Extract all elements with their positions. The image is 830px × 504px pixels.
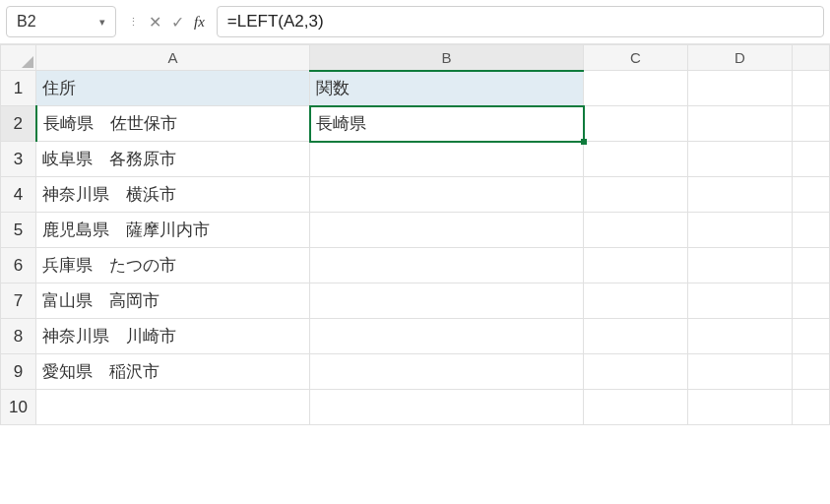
cell-D2[interactable] [688, 106, 793, 142]
row-header-4[interactable]: 4 [1, 177, 36, 213]
cell-B1[interactable]: 関数 [310, 71, 584, 106]
cell-A6[interactable]: 兵庫県 たつの市 [36, 248, 310, 284]
cell-D6[interactable] [688, 248, 793, 284]
cell-C6[interactable] [584, 248, 688, 284]
cell-E8[interactable] [793, 319, 830, 354]
more-icon: ⋮ [128, 16, 139, 29]
cell-E4[interactable] [793, 177, 830, 213]
row-header-1[interactable]: 1 [1, 71, 36, 106]
cell-C5[interactable] [584, 213, 688, 248]
cell-D10[interactable] [688, 390, 793, 425]
row-header-3[interactable]: 3 [1, 142, 36, 177]
formula-input[interactable]: =LEFT(A2,3) [217, 6, 824, 37]
col-header-A[interactable]: A [36, 45, 310, 71]
cell-E7[interactable] [793, 284, 830, 319]
cell-D4[interactable] [688, 177, 793, 213]
cell-A7[interactable]: 富山県 高岡市 [36, 284, 310, 319]
cell-C9[interactable] [584, 354, 688, 390]
cell-E3[interactable] [793, 142, 830, 177]
row-header-7[interactable]: 7 [1, 284, 36, 319]
name-box[interactable]: B2 ▾ [6, 6, 116, 37]
cell-D7[interactable] [688, 284, 793, 319]
cell-D1[interactable] [688, 71, 793, 106]
formula-bar: B2 ▾ ⋮ ✕ ✓ fx =LEFT(A2,3) [0, 0, 830, 44]
cell-C2[interactable] [584, 106, 688, 142]
cell-A9[interactable]: 愛知県 稲沢市 [36, 354, 310, 390]
chevron-down-icon: ▾ [99, 16, 105, 29]
cell-B9[interactable] [310, 354, 584, 390]
cell-E5[interactable] [793, 213, 830, 248]
cell-B4[interactable] [310, 177, 584, 213]
sheet-area: A B C D 1 住所 関数 2 長崎県 佐世保市 長崎県 3 岐阜県 各務原… [0, 44, 830, 425]
row-header-10[interactable]: 10 [1, 390, 36, 425]
cell-A3[interactable]: 岐阜県 各務原市 [36, 142, 310, 177]
row-header-2[interactable]: 2 [1, 106, 36, 142]
cell-E10[interactable] [793, 390, 830, 425]
fx-icon[interactable]: fx [194, 14, 205, 31]
cell-E9[interactable] [793, 354, 830, 390]
cancel-icon[interactable]: ✕ [149, 13, 161, 32]
cell-D5[interactable] [688, 213, 793, 248]
spreadsheet[interactable]: A B C D 1 住所 関数 2 長崎県 佐世保市 長崎県 3 岐阜県 各務原… [0, 44, 830, 425]
cell-C7[interactable] [584, 284, 688, 319]
row-header-6[interactable]: 6 [1, 248, 36, 284]
cell-A5[interactable]: 鹿児島県 薩摩川内市 [36, 213, 310, 248]
cell-E1[interactable] [793, 71, 830, 106]
cell-B6[interactable] [310, 248, 584, 284]
cell-A8[interactable]: 神奈川県 川崎市 [36, 319, 310, 354]
row-header-8[interactable]: 8 [1, 319, 36, 354]
cell-C3[interactable] [584, 142, 688, 177]
cell-B3[interactable] [310, 142, 584, 177]
cell-A10[interactable] [36, 390, 310, 425]
cell-D8[interactable] [688, 319, 793, 354]
col-header-D[interactable]: D [688, 45, 793, 71]
cell-E6[interactable] [793, 248, 830, 284]
row-header-9[interactable]: 9 [1, 354, 36, 390]
accept-icon[interactable]: ✓ [171, 13, 184, 32]
col-header-extra[interactable] [793, 45, 830, 71]
cell-D9[interactable] [688, 354, 793, 390]
formula-bar-icons: ⋮ ✕ ✓ fx [124, 13, 209, 32]
name-box-value: B2 [17, 13, 36, 31]
col-header-C[interactable]: C [584, 45, 688, 71]
cell-A2[interactable]: 長崎県 佐世保市 [36, 106, 310, 142]
cell-B5[interactable] [310, 213, 584, 248]
col-header-B[interactable]: B [310, 45, 584, 71]
row-header-5[interactable]: 5 [1, 213, 36, 248]
cell-A1[interactable]: 住所 [36, 71, 310, 106]
select-all-corner[interactable] [1, 45, 36, 71]
cell-C1[interactable] [584, 71, 688, 106]
cell-B8[interactable] [310, 319, 584, 354]
cell-B10[interactable] [310, 390, 584, 425]
cell-C10[interactable] [584, 390, 688, 425]
cell-E2[interactable] [793, 106, 830, 142]
cell-A4[interactable]: 神奈川県 横浜市 [36, 177, 310, 213]
cell-D3[interactable] [688, 142, 793, 177]
cell-C4[interactable] [584, 177, 688, 213]
cell-B7[interactable] [310, 284, 584, 319]
cell-C8[interactable] [584, 319, 688, 354]
formula-text: =LEFT(A2,3) [227, 12, 324, 32]
cell-B2[interactable]: 長崎県 [310, 106, 584, 142]
